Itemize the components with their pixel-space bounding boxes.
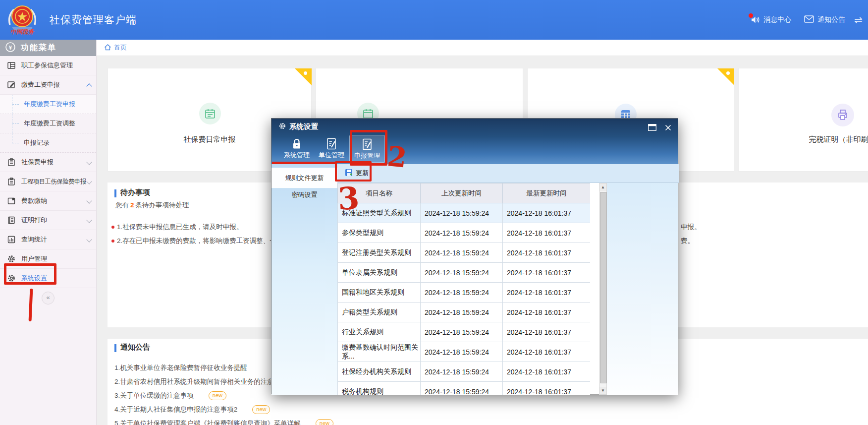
sidebar-subitem-annual-wage-adjustment[interactable]: 年度缴费工资调整 xyxy=(0,114,96,133)
notice-item-text: 4.关于近期人社征集信息申报的注意事项2 xyxy=(114,405,237,414)
new-badge: new xyxy=(252,405,270,414)
annotation-box-step3 xyxy=(335,161,372,182)
cell-project-name: 行业关系规则 xyxy=(338,322,421,342)
dialog-title: 系统设置 xyxy=(289,122,318,131)
todo-item-fragment: 费。 xyxy=(681,237,694,245)
cell-last-update: 2024-12-18 15:59:24 xyxy=(421,382,503,395)
annotation-underline xyxy=(272,162,335,164)
cell-last-update: 2024-12-18 15:59:24 xyxy=(421,322,503,342)
window-restore-icon[interactable] xyxy=(648,124,656,131)
nav-item-rule-file-update[interactable]: 规则文件更新 xyxy=(271,168,337,188)
sidebar-subitem-declaration-records[interactable]: 申报记录 xyxy=(0,133,96,153)
notice-item[interactable]: 1.机关事业单位养老保险费暂停征收业务提醒 xyxy=(114,364,247,372)
scroll-up-arrow[interactable]: ▲ xyxy=(599,183,606,191)
sidebar-subitem-annual-wage-declaration[interactable]: 年度缴费工资申报 xyxy=(0,95,96,114)
chevron-down-icon xyxy=(86,179,92,184)
todo-item: 2.存在已申报未缴费的费款，将影响缴费工资调整、个人 xyxy=(117,237,283,245)
pin-icon xyxy=(726,71,730,75)
breadcrumb: 首页 xyxy=(96,40,868,56)
home-icon xyxy=(104,44,111,52)
cell-last-update: 2024-12-18 15:59:24 xyxy=(421,223,503,243)
table-row[interactable]: 行业关系规则 2024-12-18 15:59:24 2024-12-18 16… xyxy=(338,322,591,342)
sidebar-item-label: 用户管理 xyxy=(21,254,47,263)
yen-coin-icon: ¥ xyxy=(5,42,16,55)
sidebar-item-certificate-printing[interactable]: 证明打印 xyxy=(0,211,96,230)
table-row[interactable]: 社保经办机构关系规则 2024-12-18 15:59:24 2024-12-1… xyxy=(338,362,591,382)
yellow-ribbon-icon xyxy=(295,68,312,85)
gear-icon xyxy=(278,122,286,132)
sidebar-collapse-button[interactable]: « xyxy=(42,292,54,304)
table-row[interactable]: 国籍和地区关系规则 2024-12-18 15:59:24 2024-12-18… xyxy=(338,283,591,303)
dialog-right-spacer xyxy=(607,183,678,395)
tax-emblem-logo: 中国税务 xyxy=(6,3,39,37)
cell-project-name: 单位隶属关系规则 xyxy=(338,263,421,283)
sidebar-item-engineering-injury-insurance[interactable]: 工程项目工伤保险费申报 xyxy=(0,172,96,191)
notice-item-text: 5.关于单位社保费管理客户端《社保费到账信息查询》菜单详解 xyxy=(114,419,301,425)
table-row[interactable]: 登记注册类型关系规则 2024-12-18 15:59:24 2024-12-1… xyxy=(338,243,591,263)
message-center-button[interactable]: 消息中心 xyxy=(750,0,791,40)
table-row[interactable]: 参保类型规则 2024-12-18 15:59:24 2024-12-18 16… xyxy=(338,223,591,243)
notice-item-text: 2.甘肃省农村信用社系统升级期间暂停相关业务的注意事 xyxy=(114,377,280,386)
tab-unit-management[interactable]: 单位管理 xyxy=(314,135,349,163)
annotation-digit-2: 2 xyxy=(386,142,408,172)
close-icon[interactable] xyxy=(665,124,671,131)
notice-title: 通知公告 xyxy=(120,343,150,352)
chevron-down-icon xyxy=(86,159,92,165)
table-row[interactable]: 税务机构规则 2024-12-18 15:59:24 2024-12-18 16… xyxy=(338,382,591,395)
todo-title: 待办事项 xyxy=(120,188,150,197)
chevron-down-icon xyxy=(86,237,92,242)
nav-item-password-setting[interactable]: 密码设置 xyxy=(271,187,337,202)
switch-user-button[interactable]: ⇌ xyxy=(854,0,863,40)
rules-table: 项目名称 上次更新时间 最新更新时间 标准证照类型关系规则 2024-12-18… xyxy=(337,183,590,395)
notice-item[interactable]: 4.关于近期人社征集信息申报的注意事项2 new xyxy=(114,405,270,414)
todo-summary-suffix: 条待办事项待处理 xyxy=(136,201,189,209)
breadcrumb-home[interactable]: 首页 xyxy=(104,43,127,52)
sidebar-item-social-insurance-declaration[interactable]: 社保费申报 xyxy=(0,153,96,172)
sidebar-item-label: 缴费工资申报 xyxy=(21,80,60,89)
notice-item[interactable]: 3.关于单位缓缴的注意事项 new xyxy=(114,391,226,400)
sidebar-subitem-label: 年度缴费工资调整 xyxy=(24,119,75,128)
system-settings-dialog: 系统设置 系统 xyxy=(271,118,678,394)
app-title: 社保费管理客户端 xyxy=(50,0,137,40)
sidebar-subitem-label: 年度缴费工资申报 xyxy=(24,100,75,109)
table-row[interactable]: 户籍类型关系规则 2024-12-18 15:59:24 2024-12-18 … xyxy=(338,303,591,322)
card-tax-certificate[interactable]: 完税证明（非印刷） xyxy=(738,68,868,172)
document-edit-icon xyxy=(326,137,337,151)
scroll-down-arrow[interactable]: ▼ xyxy=(599,387,606,394)
notice-item[interactable]: 5.关于单位社保费管理客户端《社保费到账信息查询》菜单详解 new xyxy=(114,419,333,425)
todo-summary-prefix: 您有 xyxy=(115,201,129,209)
cell-project-name: 登记注册类型关系规则 xyxy=(338,243,421,263)
sidebar-item-wage-declaration[interactable]: 缴费工资申报 xyxy=(0,75,96,95)
cell-latest-update: 2024-12-18 16:01:37 xyxy=(503,223,591,243)
cell-last-update: 2024-12-18 15:59:24 xyxy=(421,243,503,263)
breadcrumb-home-label: 首页 xyxy=(114,43,127,52)
scrollbar-thumb[interactable] xyxy=(600,192,607,383)
notice-button[interactable]: 通知公告 xyxy=(804,0,845,40)
sidebar-menu: 职工参保信息管理 缴费工资申报 年度缴费工资申报 年度缴费工资调整 申报记录 xyxy=(0,56,96,288)
payment-card-icon xyxy=(7,196,16,205)
sidebar-item-query-statistics[interactable]: 查询统计 xyxy=(0,230,96,249)
new-badge: new xyxy=(316,419,333,425)
top-header: 中国税务 社保费管理客户端 消息中心 通知公告 xyxy=(0,0,868,40)
todo-summary: 您有2条待办事项待处理 xyxy=(115,201,189,210)
cell-project-name: 参保类型规则 xyxy=(338,223,421,243)
table-row[interactable]: 缴费基数确认时间范围关系... 2024-12-18 15:59:24 2024… xyxy=(338,342,591,362)
sidebar-item-label: 查询统计 xyxy=(21,235,47,244)
certificate-icon xyxy=(7,216,16,225)
col-header-last-update: 上次更新时间 xyxy=(421,183,503,203)
notice-item[interactable]: 2.甘肃省农村信用社系统升级期间暂停相关业务的注意事 xyxy=(114,377,280,386)
sidebar-item-label: 费款缴纳 xyxy=(21,196,47,205)
section-accent-bar xyxy=(114,344,116,352)
table-row[interactable]: 标准证照类型关系规则 2024-12-18 15:59:24 2024-12-1… xyxy=(338,203,591,223)
chevron-down-icon xyxy=(86,198,92,203)
tab-system-management[interactable]: 系统管理 xyxy=(279,135,315,163)
table-scrollbar[interactable]: ▲ ▼ xyxy=(599,183,607,395)
sidebar-item-employee-insurance-info[interactable]: 职工参保信息管理 xyxy=(0,56,96,75)
cell-project-name: 社保经办机构关系规则 xyxy=(338,362,421,382)
sidebar-item-label: 职工参保信息管理 xyxy=(21,61,73,70)
chevron-up-icon xyxy=(86,83,92,89)
table-row[interactable]: 单位隶属关系规则 2024-12-18 15:59:24 2024-12-18 … xyxy=(338,263,591,283)
sidebar-item-fee-payment[interactable]: 费款缴纳 xyxy=(0,191,96,211)
printer-icon xyxy=(831,104,854,126)
cell-last-update: 2024-12-18 15:59:24 xyxy=(421,283,503,303)
